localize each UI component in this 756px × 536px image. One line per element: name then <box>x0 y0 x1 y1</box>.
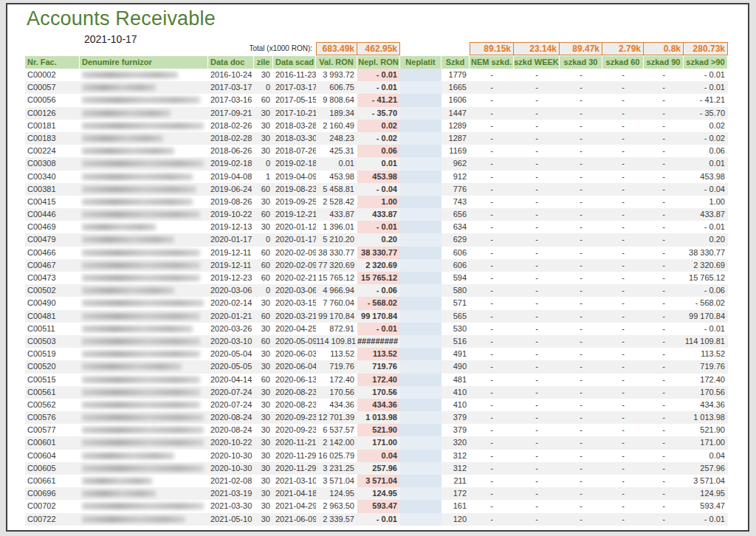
cell-szkad-90[interactable]: - <box>644 450 684 462</box>
cell-data-scad[interactable]: 2020-06-03 <box>273 348 316 360</box>
cell-data-scad[interactable]: 2018-03-28 <box>273 120 316 132</box>
cell-nepl-ron[interactable]: - 0.01 <box>357 221 400 233</box>
cell-szkd[interactable]: 481 <box>441 374 470 386</box>
column-header-szkad-90[interactable]: szkad 90 <box>644 56 684 69</box>
cell-data-scad[interactable]: 2019-04-09 <box>273 171 316 183</box>
cell-val-ron[interactable]: 113.52 <box>316 348 357 360</box>
cell-neplatit[interactable] <box>400 221 441 233</box>
cell-data-doc[interactable]: 2019-10-22 <box>208 208 254 221</box>
cell-szkad-90[interactable]: - <box>644 94 684 106</box>
cell-invoice-number[interactable]: C00481 <box>25 310 80 323</box>
cell-data-scad[interactable]: 2017-05-15 <box>273 94 316 106</box>
cell-szkad-60[interactable]: - <box>602 360 644 373</box>
column-header-data-scad[interactable]: Data scad <box>273 56 316 69</box>
cell-szkad-90[interactable]: - <box>644 411 684 424</box>
cell-szkad-30[interactable]: - <box>560 475 602 487</box>
cell-szkd[interactable]: 1447 <box>441 107 470 120</box>
cell-data-doc[interactable]: 2020-04-14 <box>208 374 254 386</box>
cell-szkad-30[interactable]: - <box>560 171 602 183</box>
cell-nem-szkd[interactable]: - <box>470 323 514 335</box>
cell-nepl-ron[interactable]: 124.95 <box>357 487 400 500</box>
cell-nem-szkd[interactable]: - <box>470 411 514 424</box>
cell-szkad-60[interactable]: - <box>602 436 644 449</box>
cell-neplatit[interactable] <box>400 475 441 487</box>
cell-szkd-week[interactable]: - <box>514 132 560 145</box>
cell-neplatit[interactable] <box>400 297 441 309</box>
cell-nem-szkd[interactable]: - <box>470 107 514 120</box>
cell-data-doc[interactable]: 2021-02-08 <box>208 475 254 487</box>
cell-invoice-number[interactable]: C00002 <box>25 69 80 81</box>
cell-nepl-ron[interactable]: 593.47 <box>357 500 400 512</box>
cell-szkad-60[interactable]: - <box>602 132 644 145</box>
cell-szkad-90[interactable]: - <box>644 335 684 348</box>
cell-szkad-90plus[interactable]: 0.01 <box>684 157 728 170</box>
cell-szkad-90[interactable]: - <box>644 157 684 170</box>
cell-nepl-ron[interactable]: 453.98 <box>357 171 400 183</box>
cell-szkad-60[interactable]: - <box>602 411 644 424</box>
cell-szkad-90plus[interactable]: 1.00 <box>684 196 728 208</box>
cell-invoice-number[interactable]: C00126 <box>25 107 80 120</box>
cell-szkad-90[interactable]: - <box>644 120 684 132</box>
cell-szkad-60[interactable]: - <box>602 259 644 272</box>
cell-val-ron[interactable]: 5 458.81 <box>316 183 357 196</box>
cell-szkd[interactable]: 1779 <box>441 69 470 81</box>
cell-zile[interactable]: 60 <box>254 208 273 221</box>
cell-data-scad[interactable]: 2020-09-23 <box>273 411 316 424</box>
cell-szkad-90plus[interactable]: 113.52 <box>684 348 728 360</box>
cell-szkd-week[interactable]: - <box>514 157 560 170</box>
cell-szkd[interactable]: 634 <box>441 221 470 233</box>
cell-val-ron[interactable]: 425.31 <box>316 145 357 157</box>
cell-szkad-60[interactable]: - <box>602 323 644 335</box>
cell-zile[interactable]: 30 <box>254 221 273 233</box>
cell-invoice-number[interactable]: C00224 <box>25 145 80 157</box>
cell-szkad-30[interactable]: - <box>560 374 602 386</box>
cell-szkad-90plus[interactable]: - 568.02 <box>684 297 728 309</box>
cell-szkad-30[interactable]: - <box>560 221 602 233</box>
cell-val-ron[interactable]: 16 025.79 <box>316 450 357 462</box>
cell-nepl-ron[interactable]: 38 330.77 <box>357 247 400 259</box>
cell-supplier-name[interactable] <box>80 272 208 284</box>
cell-szkd-week[interactable]: - <box>514 513 560 526</box>
cell-val-ron[interactable]: 248.23 <box>316 132 357 145</box>
cell-szkad-60[interactable]: - <box>602 462 644 475</box>
cell-zile[interactable]: 1 <box>254 171 273 183</box>
cell-invoice-number[interactable]: C00181 <box>25 120 80 132</box>
cell-nem-szkd[interactable]: - <box>470 360 514 373</box>
cell-data-doc[interactable]: 2017-03-16 <box>208 94 254 106</box>
cell-szkd-week[interactable]: - <box>514 183 560 196</box>
cell-szkad-90plus[interactable]: 1 013.98 <box>684 411 728 424</box>
cell-szkd[interactable]: 912 <box>441 171 470 183</box>
cell-nepl-ron[interactable]: 0.01 <box>357 157 400 170</box>
cell-data-doc[interactable]: 2020-08-24 <box>208 411 254 424</box>
cell-neplatit[interactable] <box>400 171 441 183</box>
cell-szkad-60[interactable]: - <box>602 247 644 259</box>
cell-neplatit[interactable] <box>400 487 441 500</box>
cell-neplatit[interactable] <box>400 323 441 335</box>
cell-data-scad[interactable]: 2021-04-18 <box>273 487 316 500</box>
cell-szkd-week[interactable]: - <box>514 323 560 335</box>
cell-szkad-90[interactable]: - <box>644 284 684 297</box>
cell-szkad-90plus[interactable]: 521.90 <box>684 424 728 436</box>
cell-szkad-90[interactable]: - <box>644 208 684 221</box>
cell-szkad-90plus[interactable]: - 0.04 <box>684 183 728 196</box>
cell-szkad-30[interactable]: - <box>560 69 602 81</box>
cell-data-scad[interactable]: 2020-04-25 <box>273 323 316 335</box>
cell-supplier-name[interactable] <box>80 500 208 512</box>
cell-data-scad[interactable]: 2017-10-21 <box>273 107 316 120</box>
cell-nem-szkd[interactable]: - <box>470 284 514 297</box>
cell-szkd-week[interactable]: - <box>514 81 560 94</box>
cell-nepl-ron[interactable]: - 0.01 <box>357 69 400 81</box>
cell-szkad-90plus[interactable]: 3 571.04 <box>684 475 728 487</box>
cell-szkad-30[interactable]: - <box>560 335 602 348</box>
cell-szkad-90plus[interactable]: - 35.70 <box>684 107 728 120</box>
cell-supplier-name[interactable] <box>80 145 208 157</box>
cell-szkad-90[interactable]: - <box>644 259 684 272</box>
cell-szkad-30[interactable]: - <box>560 310 602 323</box>
cell-zile[interactable]: 60 <box>254 247 273 259</box>
cell-zile[interactable]: 60 <box>254 259 273 272</box>
cell-neplatit[interactable] <box>400 183 441 196</box>
cell-neplatit[interactable] <box>400 310 441 323</box>
cell-data-doc[interactable]: 2020-07-24 <box>208 386 254 399</box>
cell-nem-szkd[interactable]: - <box>470 247 514 259</box>
cell-neplatit[interactable] <box>400 69 441 81</box>
